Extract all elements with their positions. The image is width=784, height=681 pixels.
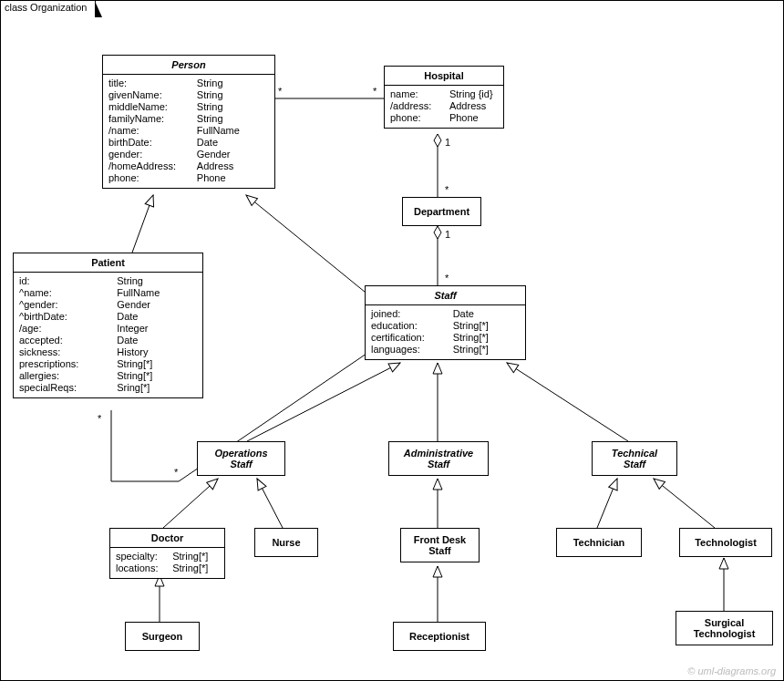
class-nurse-name: Nurse <box>255 529 317 556</box>
class-department: Department <box>402 197 481 226</box>
watermark: © uml-diagrams.org <box>687 666 776 676</box>
class-surgical-technologist-name: Surgical Technologist <box>676 612 772 645</box>
class-patient: Patient id:String^name:FullName^gender:G… <box>13 253 203 398</box>
class-operations-staff: Operations Staff <box>197 441 285 476</box>
frame-tab: class Organization <box>0 0 96 17</box>
class-front-desk-staff: Front Desk Staff <box>400 528 480 562</box>
svg-line-8 <box>163 479 218 528</box>
class-operations-staff-name: Operations Staff <box>198 442 284 475</box>
mult-person-side: * <box>278 86 282 97</box>
class-receptionist-name: Receptionist <box>394 623 485 650</box>
class-doctor-body: specialty:String[*]locations:String[*] <box>110 548 224 578</box>
mult-hospital-dept: 1 <box>445 137 450 148</box>
class-doctor: Doctor specialty:String[*]locations:Stri… <box>109 528 225 579</box>
svg-line-12 <box>654 479 715 528</box>
class-hospital-name: Hospital <box>385 67 503 86</box>
class-person: Person title:StringgivenName:Stringmiddl… <box>102 55 275 189</box>
mult-hospital-side: * <box>373 86 377 97</box>
class-hospital-body: name:String {id}/address:Addressphone:Ph… <box>385 86 503 128</box>
mult-dept-staff: 1 <box>445 229 450 240</box>
svg-line-11 <box>597 479 617 528</box>
class-surgical-technologist: Surgical Technologist <box>676 611 773 645</box>
class-nurse: Nurse <box>254 528 318 557</box>
class-technical-staff: Technical Staff <box>592 441 677 476</box>
class-staff-body: joined:Dateeducation:String[*]certificat… <box>366 305 525 359</box>
class-surgeon-name: Surgeon <box>126 623 199 650</box>
class-person-name: Person <box>103 56 274 75</box>
class-administrative-staff: Administrative Staff <box>388 441 489 476</box>
mult-staff-side: * <box>174 467 178 478</box>
svg-line-3 <box>132 195 153 253</box>
class-technician: Technician <box>556 528 642 557</box>
class-technologist: Technologist <box>679 528 772 557</box>
class-administrative-staff-name: Administrative Staff <box>389 442 488 475</box>
diagram-frame: class Organization <box>0 0 784 681</box>
class-technologist-name: Technologist <box>680 529 771 556</box>
class-staff: Staff joined:Dateeducation:String[*]cert… <box>365 285 526 360</box>
frame-label: class Organization <box>5 2 88 13</box>
class-technician-name: Technician <box>557 529 641 556</box>
svg-line-9 <box>257 479 283 528</box>
mult-patient-side: * <box>98 413 101 424</box>
mult-dept-top: * <box>445 184 449 195</box>
class-technical-staff-name: Technical Staff <box>593 442 676 475</box>
class-staff-name: Staff <box>366 286 525 305</box>
svg-line-7 <box>507 363 628 441</box>
class-department-name: Department <box>403 198 480 225</box>
mult-staff-top: * <box>445 273 449 284</box>
class-patient-body: id:String^name:FullName^gender:Gender^bi… <box>14 273 202 397</box>
class-hospital: Hospital name:String {id}/address:Addres… <box>384 66 504 129</box>
class-patient-name: Patient <box>14 253 202 273</box>
class-doctor-name: Doctor <box>110 529 224 548</box>
class-receptionist: Receptionist <box>393 622 486 651</box>
class-front-desk-staff-name: Front Desk Staff <box>401 529 479 562</box>
class-person-body: title:StringgivenName:StringmiddleName:S… <box>103 75 274 188</box>
svg-line-5 <box>247 363 400 441</box>
class-surgeon: Surgeon <box>125 622 200 651</box>
